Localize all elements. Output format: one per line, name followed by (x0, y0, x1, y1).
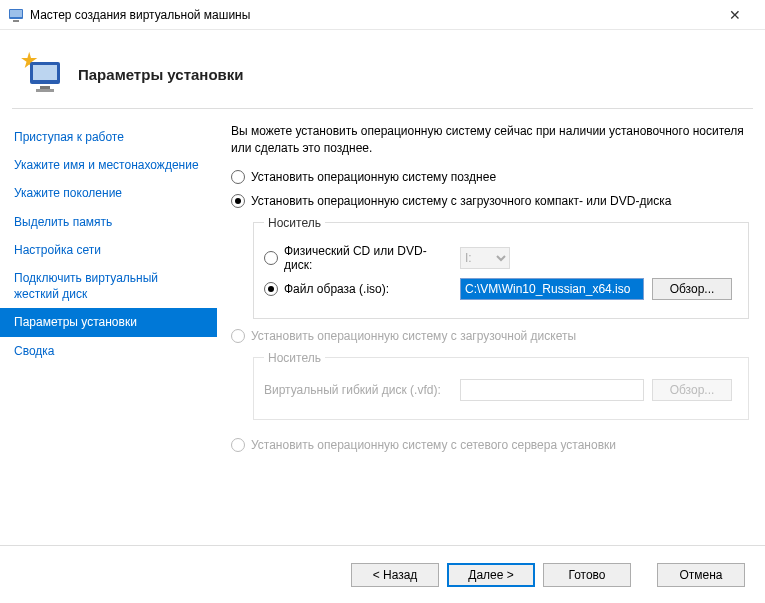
back-button[interactable]: < Назад (351, 563, 439, 587)
step-memory[interactable]: Выделить память (0, 208, 217, 236)
media-group-disc: Носитель Физический CD или DVD-диск: I: … (253, 216, 749, 319)
drive-select: I: (460, 247, 510, 269)
svg-rect-5 (33, 65, 57, 80)
step-generation[interactable]: Укажите поколение (0, 179, 217, 207)
vfd-path-input (460, 379, 644, 401)
cancel-button[interactable]: Отмена (657, 563, 745, 587)
content-pane: Вы можете установить операционную систем… (217, 109, 765, 545)
browse-vfd-button: Обзор... (652, 379, 732, 401)
option-physical-disc-label: Физический CD или DVD-диск: (284, 244, 452, 272)
next-button[interactable]: Далее > (447, 563, 535, 587)
floppy-label: Виртуальный гибкий диск (.vfd): (264, 383, 441, 397)
radio-icon (231, 329, 245, 343)
option-iso-label: Файл образа (.iso): (284, 282, 389, 296)
option-install-disc[interactable]: Установить операционную систему с загруз… (231, 194, 749, 208)
close-button[interactable]: ✕ (712, 0, 757, 29)
option-install-later-label: Установить операционную систему позднее (251, 170, 496, 184)
media-legend: Носитель (264, 216, 325, 230)
radio-icon (231, 194, 245, 208)
option-iso[interactable]: Файл образа (.iso): (264, 282, 452, 296)
step-getting-started[interactable]: Приступая к работе (0, 123, 217, 151)
step-summary[interactable]: Сводка (0, 337, 217, 365)
svg-rect-1 (10, 10, 22, 17)
svg-rect-6 (40, 86, 50, 89)
titlebar: Мастер создания виртуальной машины ✕ (0, 0, 765, 30)
media-legend-floppy: Носитель (264, 351, 325, 365)
step-vhd[interactable]: Подключить виртуальный жесткий диск (0, 264, 217, 308)
app-icon (8, 7, 24, 23)
step-network[interactable]: Настройка сети (0, 236, 217, 264)
radio-icon (264, 282, 278, 296)
wizard-steps: Приступая к работе Укажите имя и местона… (0, 109, 217, 545)
option-install-floppy-label: Установить операционную систему с загруз… (251, 329, 576, 343)
svg-rect-7 (36, 89, 54, 92)
radio-icon (231, 438, 245, 452)
iso-path-input[interactable] (460, 278, 644, 300)
radio-icon (264, 251, 278, 265)
svg-rect-2 (13, 20, 19, 22)
browse-iso-button[interactable]: Обзор... (652, 278, 732, 300)
step-install-options[interactable]: Параметры установки (0, 308, 217, 336)
radio-icon (231, 170, 245, 184)
page-title: Параметры установки (78, 66, 244, 83)
step-name-location[interactable]: Укажите имя и местонахождение (0, 151, 217, 179)
option-install-disc-label: Установить операционную систему с загруз… (251, 194, 671, 208)
option-physical-disc[interactable]: Физический CD или DVD-диск: (264, 244, 452, 272)
wizard-header: Параметры установки (0, 30, 765, 108)
option-install-floppy: Установить операционную систему с загруз… (231, 329, 749, 343)
option-install-network: Установить операционную систему с сетево… (231, 438, 749, 452)
window-title: Мастер создания виртуальной машины (30, 8, 712, 22)
wizard-icon (18, 50, 66, 98)
option-install-later[interactable]: Установить операционную систему позднее (231, 170, 749, 184)
intro-text: Вы можете установить операционную систем… (231, 123, 749, 158)
media-group-floppy: Носитель Виртуальный гибкий диск (.vfd):… (253, 351, 749, 420)
finish-button[interactable]: Готово (543, 563, 631, 587)
wizard-footer: < Назад Далее > Готово Отмена (0, 545, 765, 603)
option-install-network-label: Установить операционную систему с сетево… (251, 438, 616, 452)
